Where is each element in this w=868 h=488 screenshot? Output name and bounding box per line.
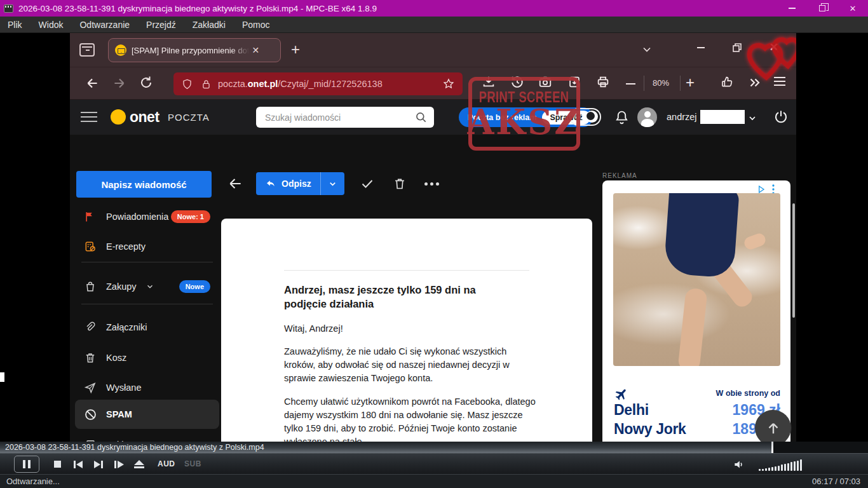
player-statusbar: Odtwarzanie... 06:17 / 07:03 — [0, 474, 868, 488]
message-heading: Andrzej, masz jeszcze tylko 159 dni na p… — [284, 283, 506, 311]
sidebar-item-erecepty[interactable]: E-recepty — [75, 236, 219, 257]
folder-label: Wysłane — [106, 383, 141, 393]
onet-favicon — [115, 44, 126, 56]
archive-icon[interactable] — [79, 43, 95, 57]
browser-tab-strip: [SPAM] Pilne przypomnienie dot ✕ + ✕ — [70, 33, 796, 67]
reply-button[interactable]: Odpisz — [256, 172, 320, 195]
folder-label: Kosz — [106, 353, 126, 363]
reply-split-button[interactable]: Odpisz — [256, 172, 344, 195]
browser-tab[interactable]: [SPAM] Pilne przypomnienie dot ✕ — [108, 38, 281, 62]
reply-options-chevron[interactable] — [320, 172, 344, 195]
page-scrollbar-thumb[interactable] — [792, 203, 795, 318]
print-icon[interactable] — [596, 75, 610, 89]
back-icon[interactable] — [84, 75, 100, 92]
sidebar-divider — [81, 304, 213, 304]
volume-slider[interactable] — [759, 458, 802, 471]
new-count-badge: Nowe: 1 — [171, 210, 210, 223]
search-input[interactable] — [256, 107, 434, 128]
onet-logo-dot — [111, 109, 126, 125]
ad-photo-detail — [663, 193, 739, 278]
delete-trash-icon[interactable] — [393, 177, 407, 191]
redaction-box — [700, 110, 745, 124]
subtitle-track-label[interactable]: SUB — [184, 459, 201, 468]
onet-brand-suffix: POCZTA — [168, 112, 210, 123]
username[interactable]: andrzej — [667, 112, 697, 122]
message-divider — [284, 270, 529, 271]
tab-close-icon[interactable]: ✕ — [252, 45, 259, 55]
lock-icon[interactable] — [201, 78, 212, 90]
sidebar-item-szkice[interactable]: Szkice — [75, 434, 219, 442]
flag-icon — [83, 210, 97, 223]
sidebar-item-zalaczniki[interactable]: Załączniki — [75, 316, 219, 338]
ad-photo-detail — [743, 232, 768, 251]
ad-photo-beach-child — [613, 193, 780, 366]
zoom-in-icon[interactable]: + — [686, 75, 695, 90]
menu-widok[interactable]: Widok — [39, 20, 64, 30]
mark-read-check-icon[interactable] — [360, 176, 375, 191]
stop-button[interactable] — [50, 454, 65, 475]
browser-restore-button[interactable] — [733, 43, 742, 52]
mail-menu-hamburger-icon[interactable] — [81, 112, 97, 122]
seekbar[interactable]: 2026-03-08 23-58-11-391 dyskryminacja bi… — [0, 442, 868, 453]
zoom-level[interactable]: 80% — [653, 78, 669, 88]
menu-plik[interactable]: Plik — [8, 20, 22, 30]
reload-icon[interactable] — [139, 75, 154, 90]
bookmark-star-icon[interactable] — [442, 78, 455, 90]
zakupy-chevron-down-icon[interactable] — [146, 282, 154, 291]
seekbar-position-marker[interactable] — [771, 442, 773, 453]
playback-status: Odtwarzanie... — [6, 477, 60, 486]
user-chevron-down-icon[interactable] — [747, 113, 757, 123]
seekbar-filename: 2026-03-08 23-58-11-391 dyskryminacja bi… — [5, 443, 264, 452]
sidebar-divider — [81, 262, 213, 262]
message-paragraph-2: Chcemy ułatwić użytkownikom powrót na Fa… — [284, 395, 536, 442]
menu-zakladki[interactable]: Zakładki — [193, 20, 226, 30]
sidebar-item-spam[interactable]: SPAM — [75, 403, 219, 425]
sidebar-item-powiadomienia[interactable]: Powiadomienia Nowe: 1 — [75, 206, 219, 227]
video-area[interactable]: [SPAM] Pilne przypomnienie dot ✕ + ✕ — [0, 33, 868, 442]
notifications-bell-icon[interactable] — [614, 109, 630, 125]
menu-pomoc[interactable]: Pomoc — [242, 20, 270, 30]
scroll-to-top-button[interactable] — [755, 410, 791, 442]
back-arrow-icon[interactable] — [227, 175, 243, 192]
new-tab-button[interactable]: + — [291, 41, 300, 58]
next-button[interactable] — [90, 454, 107, 475]
compose-button[interactable]: Napisz wiadomość — [76, 171, 212, 198]
paperclip-icon — [83, 321, 97, 334]
browser-minimize-button[interactable] — [697, 47, 705, 48]
shield-icon[interactable] — [181, 78, 193, 90]
tabs-chevron-down-icon[interactable] — [641, 43, 653, 56]
watermark-line2: AKSZ — [467, 106, 581, 139]
eject-button[interactable] — [131, 454, 147, 475]
sidebar-item-wyslane[interactable]: Wysłane — [75, 377, 219, 398]
onet-brand[interactable]: onet — [130, 109, 159, 126]
pause-button[interactable] — [14, 456, 39, 473]
menu-odtwarzanie[interactable]: Odtwarzanie — [79, 20, 130, 30]
screen: 2026-03-08 23-58-11-391 dyskryminacja bi… — [0, 0, 868, 488]
mail-body: Napisz wiadomość Powiadomienia Nowe: 1 E… — [70, 135, 796, 442]
folder-label: SPAM — [106, 409, 132, 419]
new-badge: Nowe — [179, 280, 210, 293]
avatar[interactable] — [637, 107, 657, 127]
audio-track-label[interactable]: AUD — [158, 459, 175, 468]
frame-step-button[interactable] — [111, 454, 127, 475]
folder-label: E-recepty — [106, 241, 146, 252]
minimize-button[interactable] — [776, 0, 807, 17]
sidebar-item-kosz[interactable]: Kosz — [75, 347, 219, 369]
search-icon[interactable] — [415, 111, 428, 124]
restore-button[interactable] — [807, 0, 837, 17]
url-bar[interactable]: poczta.onet.pl/Czytaj/_mid/1272526138 — [173, 72, 463, 95]
logout-power-icon[interactable] — [773, 109, 789, 125]
sidebar-item-zakupy[interactable]: Zakupy Nowe — [75, 276, 219, 297]
speaker-icon[interactable] — [732, 458, 746, 471]
like-icon[interactable] — [720, 75, 734, 89]
forward-icon[interactable] — [111, 75, 128, 92]
block-icon — [83, 408, 97, 421]
zoom-out-icon[interactable] — [626, 78, 635, 85]
menu-przejdz[interactable]: Przejdź — [146, 20, 176, 30]
close-button[interactable]: ✕ — [837, 0, 868, 17]
previous-button[interactable] — [70, 454, 86, 475]
more-options-icon[interactable] — [424, 182, 439, 186]
ad-card[interactable]: W obie strony od Delhi 1969 zł Nowy Jork… — [602, 180, 790, 442]
ad-destination-row[interactable]: Delhi 1969 zł — [614, 402, 780, 421]
airplane-icon — [614, 386, 629, 402]
